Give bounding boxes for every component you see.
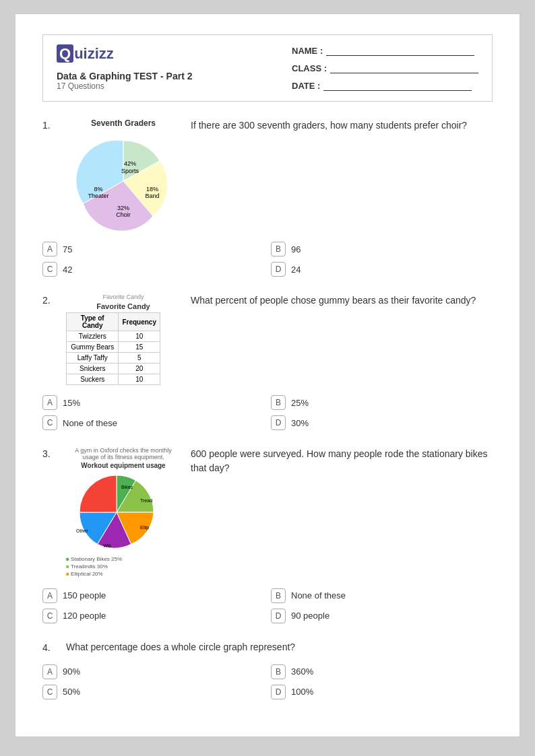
q2-text-c: None of these [63,418,117,428]
class-label: CLASS : [292,63,327,73]
q4-answer-d: D 100% [271,685,493,699]
date-input-line[interactable] [323,80,472,91]
candy-chart-title: Favorite Candy [66,302,181,310]
sports-lbl: Sports [121,168,139,174]
q1-letter-d: D [271,262,286,277]
elliptical-label: Ellip [140,525,149,530]
workout-gym-text: A gym in Oxford checks the monthly usage… [66,447,181,460]
q4-answer-c: C 50% [42,685,264,699]
name-input-line[interactable] [326,45,474,56]
weights-label: Wts [103,543,112,548]
page: Quizizz Data & Graphing TEST - Part 2 17… [15,13,520,737]
class-input-line[interactable] [330,63,478,73]
header: Quizizz Data & Graphing TEST - Part 2 17… [42,34,493,102]
name-field-row: NAME : [292,45,478,56]
other2-slice [80,475,117,512]
question-2-row: 2. Favorite Candy Favorite Candy Type of… [42,294,493,385]
q3-answer-b: B None of these [271,588,493,603]
class-field-row: CLASS : [292,63,478,73]
q4-text-a: 90% [63,666,80,677]
q2-answer-a: A 15% [42,395,264,410]
q1-number: 1. [42,118,56,131]
q4-answer-b: B 360% [271,664,493,679]
q1-text-b: 96 [291,244,301,254]
q3-text-d: 90 people [291,611,329,621]
question-1-row: 1. Seventh Graders [42,118,493,232]
q3-letter-a: A [42,588,57,603]
candy-table-cell: 15 [119,342,160,353]
logo: Quizizz [57,45,192,63]
candy-table-cell: Snickers [67,364,119,374]
q3-letter-b: B [271,588,286,603]
choir-pct: 32% [117,205,129,211]
q1-answer-c: C 42 [42,262,264,277]
candy-table-cell: Laffy Taffy [67,353,119,364]
q4-letter-b: B [271,664,286,679]
candy-table-row: Gummy Bears15 [67,342,160,353]
q2-text-a: 15% [63,398,80,408]
q1-answer-b: B 96 [271,242,493,256]
q4-text-c: 50% [63,687,80,697]
name-label: NAME : [292,46,323,56]
candy-table-row: Laffy Taffy5 [67,353,160,364]
candy-table-cell: Twizzlers [67,331,119,342]
q4-answer-a: A 90% [42,664,264,679]
header-left: Quizizz Data & Graphing TEST - Part 2 17… [57,45,192,91]
test-subtitle: 17 Questions [57,81,192,91]
q1-answer-a: A 75 [42,242,264,256]
candy-table-cell: Gummy Bears [67,342,119,353]
band-pct: 18% [146,186,158,193]
q1-answers: A 75 B 96 C 42 D 24 [42,242,493,277]
q2-letter-a: A [42,395,57,410]
q1-letter-c: C [42,262,57,277]
q2-letter-c: C [42,415,57,430]
q1-answer-d: D 24 [271,262,493,277]
header-right: NAME : CLASS : DATE : [292,45,478,91]
q3-letter-d: D [271,609,286,623]
q2-number: 2. [42,294,56,306]
legend-item-3: ■ Elliptical 20% [66,570,181,578]
other-label: Other [76,528,88,533]
candy-table-cell: 10 [119,331,160,342]
candy-table-row: Twizzlers10 [67,331,160,342]
candy-table-cell: 10 [119,374,160,385]
candy-table-cell: 20 [119,364,160,374]
q4-text-d: 100% [291,687,313,697]
q4-number: 4. [42,641,56,653]
question-4-block: 4. What percentage does a whole circle g… [42,640,493,699]
q4-answers: A 90% B 360% C 50% D 100% [42,664,493,699]
q3-text: 600 people were surveyed. How many peopl… [191,447,493,475]
candy-table-row: Snickers20 [67,364,160,374]
q3-text-c: 120 people [63,611,106,621]
date-label: DATE : [292,81,320,91]
q3-letter-c: C [42,609,57,623]
q3-answers: A 150 people B None of these C 120 peopl… [42,588,493,623]
question-4-row: 4. What percentage does a whole circle g… [42,640,493,654]
legend-item-1: ■ Stationary Bikes 25% [66,555,181,563]
sports-pct: 42% [124,160,136,167]
q2-answer-d: D 30% [271,415,493,430]
q1-text-c: 42 [63,265,72,275]
q1-text-d: 24 [291,265,301,275]
q1-pie-container: Seventh Graders [66,118,181,232]
workout-wrap: A gym in Oxford checks the monthly usage… [66,447,181,578]
candy-table-wrap: Favorite Candy Favorite Candy Type of Ca… [66,294,181,385]
treadmill-label: Tread [140,498,152,503]
q2-text: What percent of people chose gummy bears… [191,294,493,308]
q1-letter-a: A [42,242,57,256]
candy-col2-header: Frequency [119,313,160,331]
q3-answer-c: C 120 people [42,609,264,623]
q4-letter-c: C [42,685,57,699]
q2-text-b: 25% [291,398,309,408]
theater-pct: 8% [94,186,102,193]
q1-chart-title: Seventh Graders [66,118,181,128]
q4-text-b: 360% [291,666,313,677]
bike-label: Bikes [121,485,133,489]
q3-answer-a: A 150 people [42,588,264,603]
q3-chart: A gym in Oxford checks the monthly usage… [66,447,181,578]
q2-letter-d: D [271,415,286,430]
q4-text: What percentage does a whole circle grap… [66,640,493,654]
candy-table-cell: 5 [119,353,160,364]
q3-answer-d: D 90 people [271,609,493,623]
test-title: Data & Graphing TEST - Part 2 [57,71,192,81]
